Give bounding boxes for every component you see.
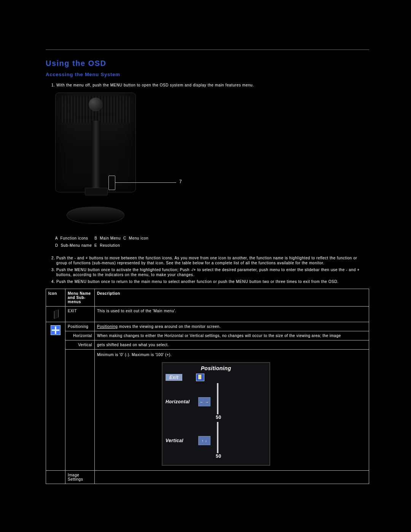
monitor-base bbox=[67, 207, 124, 224]
button-outline-callout bbox=[108, 176, 115, 190]
monitor-figure: 7 bbox=[55, 93, 173, 230]
callout-leader-line bbox=[115, 182, 176, 183]
step-2: Push the - and + buttons to move between… bbox=[56, 256, 369, 266]
positioning-sub-h-desc: When making changes to either the Horizo… bbox=[95, 331, 369, 340]
osd-vertical-label: Vertical bbox=[166, 438, 194, 443]
osd-row-vertical: Vertical ↑ ↓ 50 bbox=[166, 422, 266, 459]
section-subtitle: Accessing the Menu System bbox=[46, 72, 369, 77]
osd-title: Positioning bbox=[166, 365, 266, 371]
table-row-exit: EXIT This is used to exit out of the 'Ma… bbox=[46, 307, 369, 322]
positioning-range-row: Minimum is '0' (-). Maximum is '100' (+)… bbox=[46, 350, 369, 471]
legend-b-key: B bbox=[94, 236, 97, 240]
exit-icon-cell bbox=[46, 307, 65, 322]
osd-horizontal-arrows-icon: ← → bbox=[198, 397, 210, 406]
monitor-logo bbox=[89, 97, 102, 111]
legend-a-text: Function icons bbox=[60, 236, 88, 240]
image-settings-desc bbox=[95, 471, 369, 484]
osd-vertical-value: 50 bbox=[216, 454, 221, 459]
positioning-underline: Positioning bbox=[97, 324, 118, 329]
step-3: Push the MENU button once to activate th… bbox=[56, 267, 369, 278]
osd-row-exit: Exit bbox=[166, 374, 266, 381]
legend-c-text: Menu icon bbox=[129, 236, 149, 240]
page-content: Using the OSD Accessing the Menu System … bbox=[0, 0, 411, 499]
osd-horizontal-slider bbox=[217, 383, 218, 414]
positioning-range-text: Minimum is '0' (-). Maximum is '100' (+)… bbox=[97, 353, 366, 357]
step-4: Push the MENU button once to return to t… bbox=[56, 279, 369, 284]
section-title: Using the OSD bbox=[46, 59, 369, 68]
steps-list-2: Push the - and + buttons to move between… bbox=[46, 256, 369, 284]
positioning-range-empty bbox=[65, 350, 95, 471]
positioning-sub-v-label: Vertical bbox=[65, 340, 95, 350]
table-row-image-settings: Image Settings bbox=[46, 471, 369, 484]
exit-desc: This is used to exit out of the 'Main me… bbox=[95, 307, 369, 322]
legend-b-text: Main Menu bbox=[100, 236, 121, 240]
figure-legend: A Function icons B Main Menu C Menu icon… bbox=[55, 235, 369, 249]
positioning-icon-cell bbox=[46, 322, 65, 471]
positioning-range-and-osd: Minimum is '0' (-). Maximum is '100' (+)… bbox=[95, 350, 369, 471]
exit-icon bbox=[51, 310, 60, 319]
osd-vertical-slider bbox=[217, 422, 218, 453]
exit-name: EXIT bbox=[65, 307, 95, 322]
osd-vertical-arrows-icon: ↑ ↓ bbox=[198, 436, 210, 445]
col-header-icon: Icon bbox=[46, 289, 65, 307]
legend-e-key: E bbox=[94, 243, 97, 248]
legend-a-key: A bbox=[55, 236, 58, 240]
osd-horizontal-label: Horizontal bbox=[166, 399, 194, 404]
osd-exit-label: Exit bbox=[166, 374, 182, 381]
col-header-desc: Description bbox=[95, 289, 369, 307]
monitor-hinge bbox=[85, 188, 108, 195]
osd-exit-mini-icon bbox=[196, 374, 204, 381]
positioning-icon bbox=[51, 325, 61, 335]
section-divider bbox=[46, 50, 369, 50]
steps-list-1: With the menu off, push the MENU button … bbox=[46, 83, 369, 88]
table-header-row: Icon Menu Name and Sub-menus Description bbox=[46, 289, 369, 307]
positioning-desc-line1: Positioning moves the viewing area aroun… bbox=[95, 322, 369, 331]
positioning-line1-rest: moves the viewing area around on the mon… bbox=[118, 324, 221, 329]
positioning-sub-vertical: Vertical gets shifted based on what you … bbox=[46, 340, 369, 350]
legend-c-key: C bbox=[123, 236, 126, 240]
positioning-sub-h-label: Horizontal bbox=[65, 331, 95, 340]
image-settings-icon-cell bbox=[46, 471, 65, 484]
osd-panel: Positioning Exit Horizontal ← → bbox=[162, 362, 270, 466]
positioning-sub-v-desc: gets shifted based on what you select. bbox=[95, 340, 369, 350]
table-row-positioning: Positioning Positioning moves the viewin… bbox=[46, 322, 369, 331]
callout-number: 7 bbox=[179, 179, 182, 184]
positioning-name: Positioning bbox=[65, 322, 95, 331]
osd-menu-table: Icon Menu Name and Sub-menus Description… bbox=[46, 289, 369, 484]
legend-d-text: Sub-Menu name bbox=[61, 243, 92, 248]
legend-d-key: D bbox=[55, 243, 58, 248]
osd-horizontal-value: 50 bbox=[216, 415, 221, 420]
image-settings-name: Image Settings bbox=[65, 471, 95, 484]
step-1: With the menu off, push the MENU button … bbox=[56, 83, 369, 88]
monitor-stalk bbox=[91, 121, 100, 189]
col-header-name: Menu Name and Sub-menus bbox=[65, 289, 95, 307]
positioning-sub-horizontal: Horizontal When making changes to either… bbox=[46, 331, 369, 340]
legend-e-text: Resolution bbox=[100, 243, 120, 248]
osd-row-horizontal: Horizontal ← → 50 bbox=[166, 383, 266, 420]
